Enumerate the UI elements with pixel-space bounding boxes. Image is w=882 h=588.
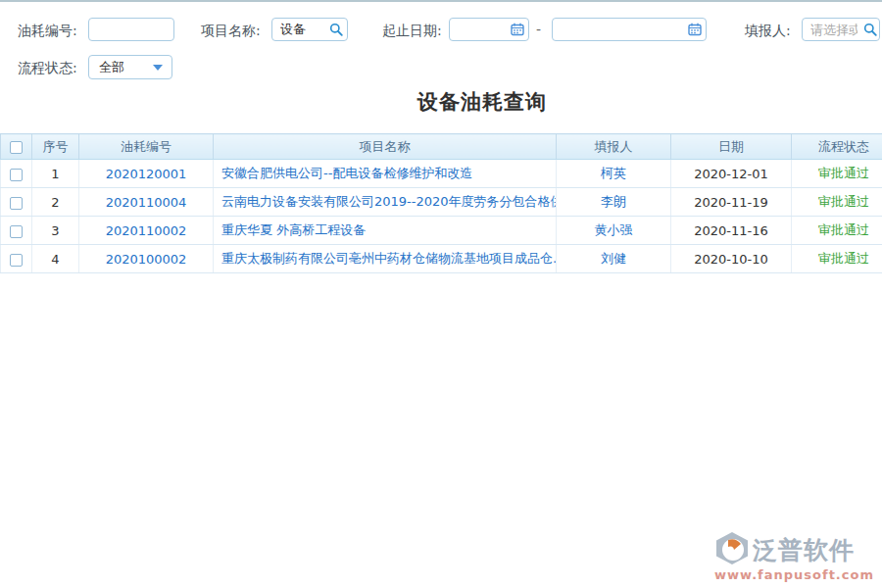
column-header-project: 项目名称 [214, 134, 557, 160]
project-name-link[interactable]: 重庆华夏 外高桥工程设备 [221, 222, 366, 237]
brand-name: 泛普软件 [753, 536, 855, 565]
date-range-separator: - [536, 22, 541, 37]
row-checkbox[interactable] [10, 197, 23, 210]
date-from-field[interactable] [449, 18, 529, 41]
search-icon[interactable] [325, 23, 347, 36]
status-label: 流程状态: [18, 60, 77, 75]
date-cell: 2020-11-19 [671, 188, 792, 217]
status-badge: 审批通过 [818, 194, 869, 209]
project-search-input[interactable] [272, 19, 325, 40]
row-number: 2 [32, 188, 79, 217]
fuel-no-label: 油耗编号: [18, 23, 77, 38]
status-badge: 审批通过 [818, 166, 869, 180]
date-cell: 2020-10-10 [671, 245, 792, 273]
table-header-row: 序号 油耗编号 项目名称 填报人 日期 流程状态 [1, 134, 882, 160]
column-header-code: 油耗编号 [79, 134, 214, 160]
row-number: 4 [32, 245, 79, 273]
column-header-reporter: 填报人 [557, 134, 671, 160]
table-row: 3 2020110002 重庆华夏 外高桥工程设备 黄小强 2020-11-16… [1, 217, 882, 245]
row-checkbox[interactable] [10, 225, 23, 238]
chevron-down-icon [153, 65, 163, 71]
table-row: 2 2020110004 云南电力设备安装有限公司2019--2020年度劳务分… [1, 188, 882, 217]
calendar-icon[interactable] [684, 23, 706, 36]
brand-logo-icon [714, 531, 750, 569]
project-search-field[interactable] [271, 18, 348, 41]
fuel-no-input[interactable] [89, 19, 173, 40]
status-badge: 审批通过 [818, 222, 869, 237]
reporter-link[interactable]: 柯英 [601, 166, 626, 180]
fuel-code-link[interactable]: 2020100002 [106, 252, 187, 267]
fuel-code-link[interactable]: 2020120001 [106, 167, 187, 181]
date-cell: 2020-11-16 [671, 217, 792, 245]
fuel-no-field[interactable] [88, 18, 174, 41]
project-name-link[interactable]: 云南电力设备安装有限公司2019--2020年度劳务分包合格供 [221, 194, 557, 209]
reporter-link[interactable]: 刘健 [601, 251, 626, 266]
status-badge: 审批通过 [818, 251, 869, 266]
brand-watermark: 泛普软件 www.fanpusoft.com [714, 531, 874, 582]
project-name-link[interactable]: 安徽合肥供电公司--配电设备检修维护和改造 [221, 166, 472, 180]
reporter-search-input[interactable] [803, 19, 861, 40]
row-number: 1 [32, 160, 79, 188]
fuel-consumption-table: 序号 油耗编号 项目名称 填报人 日期 流程状态 1 2020120001 安徽… [0, 133, 882, 273]
search-icon[interactable] [861, 23, 879, 36]
project-name-label: 项目名称: [201, 23, 261, 38]
row-checkbox[interactable] [10, 169, 23, 181]
date-to-field[interactable] [552, 18, 707, 41]
column-header-status: 流程状态 [792, 134, 882, 160]
calendar-icon[interactable] [507, 23, 528, 36]
reporter-link[interactable]: 李朗 [601, 194, 626, 209]
select-all-checkbox[interactable] [10, 141, 23, 154]
select-all-cell [1, 134, 32, 160]
page-title: 设备油耗查询 [0, 88, 882, 116]
row-number: 3 [32, 217, 79, 245]
date-to-input[interactable] [553, 19, 684, 40]
date-cell: 2020-12-01 [671, 160, 792, 188]
fuel-code-link[interactable]: 2020110002 [106, 223, 187, 238]
column-header-no: 序号 [32, 134, 79, 160]
reporter-label: 填报人: [745, 23, 791, 38]
row-checkbox[interactable] [10, 254, 23, 267]
status-select[interactable]: 全部 [88, 55, 172, 79]
table-row: 1 2020120001 安徽合肥供电公司--配电设备检修维护和改造 柯英 20… [1, 160, 882, 188]
project-name-link[interactable]: 重庆太极制药有限公司亳州中药材仓储物流基地项目成品仓. [221, 251, 557, 266]
column-header-date: 日期 [671, 134, 792, 160]
fuel-code-link[interactable]: 2020110004 [106, 195, 187, 210]
date-from-input[interactable] [450, 19, 507, 40]
reporter-link[interactable]: 黄小强 [595, 222, 633, 237]
reporter-search-field[interactable] [802, 18, 880, 41]
brand-url: www.fanpusoft.com [714, 567, 874, 582]
table-row: 4 2020100002 重庆太极制药有限公司亳州中药材仓储物流基地项目成品仓.… [1, 245, 882, 273]
status-select-value: 全部 [89, 59, 124, 76]
date-range-label: 起止日期: [382, 23, 442, 38]
